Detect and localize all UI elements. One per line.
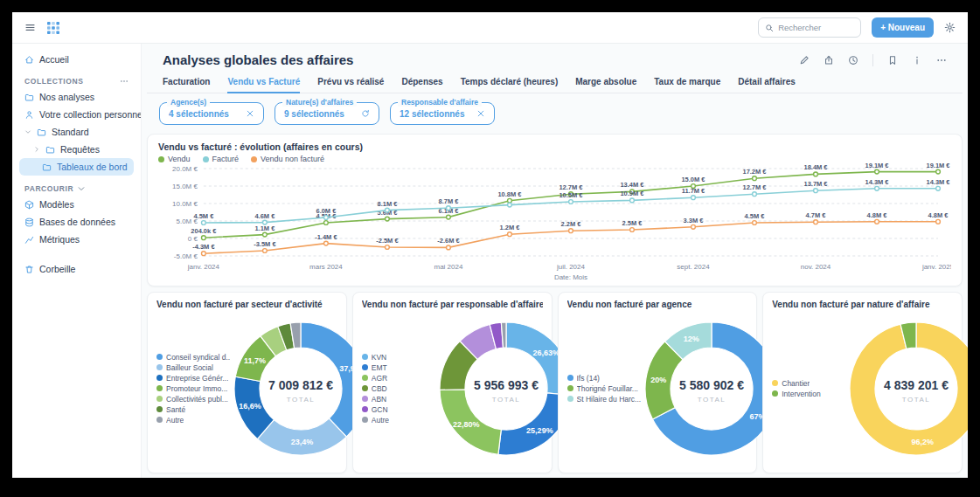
sidebar-item-bases-de-donn-es[interactable]: Bases de données [19, 213, 134, 231]
data-point[interactable] [263, 220, 268, 224]
donut-chart[interactable]: 67%20%12%5 580 902 €TOTAL [643, 320, 781, 458]
data-point[interactable] [201, 252, 205, 256]
legend-item[interactable]: Autre [156, 416, 230, 425]
legend-item[interactable]: KVN [362, 353, 435, 362]
legend-item[interactable]: Bailleur Social [156, 363, 230, 372]
filter-agence-s-[interactable]: Agence(s)4 sélectionnés [159, 102, 264, 125]
legend-item[interactable]: EMT [362, 363, 435, 372]
bookmark-icon[interactable] [887, 55, 898, 66]
refresh-icon[interactable] [361, 109, 370, 118]
tab-marge-absolue[interactable]: Marge absolue [575, 72, 636, 93]
data-point[interactable] [814, 189, 818, 193]
legend-item[interactable]: GCN [362, 405, 435, 414]
data-point[interactable] [875, 219, 879, 224]
data-point[interactable] [386, 217, 390, 221]
donut-chart[interactable]: 96,2%4 839 201 €TOTAL [847, 320, 968, 458]
ellipsis-icon[interactable] [936, 55, 947, 66]
sidebar-item-corbeille[interactable]: Corbeille [19, 260, 134, 278]
tab-d-tail-affaires[interactable]: Détail affaires [738, 72, 796, 93]
filter-responsable-d-affaire[interactable]: Responsable d'affaire12 sélectionnés [390, 102, 495, 125]
data-point[interactable] [630, 198, 635, 203]
data-point[interactable] [324, 221, 329, 225]
clock-icon[interactable] [848, 55, 858, 66]
close-icon[interactable] [246, 109, 254, 118]
data-point[interactable] [447, 215, 451, 219]
data-point[interactable] [936, 219, 941, 224]
tab-temps-d-clar-heures-[interactable]: Temps déclaré (heures) [461, 72, 559, 93]
sidebar-item-accueil[interactable]: Accueil [19, 51, 134, 68]
data-point[interactable] [753, 221, 757, 225]
data-point[interactable] [201, 236, 205, 240]
data-point[interactable] [508, 198, 512, 203]
data-point[interactable] [875, 186, 879, 190]
data-point[interactable] [875, 169, 879, 174]
donut-chart[interactable]: 26,63%25,29%22,80%5 956 993 €TOTAL [437, 320, 575, 458]
data-point[interactable] [386, 208, 390, 212]
data-point[interactable] [201, 221, 205, 225]
tab-vendu-vs-factur-[interactable]: Vendu vs Facturé [227, 72, 300, 93]
data-point[interactable] [814, 220, 818, 224]
search-input[interactable] [778, 23, 854, 32]
legend-item[interactable]: Conseil syndical d... [156, 353, 230, 362]
data-point[interactable] [324, 241, 329, 245]
line-chart[interactable]: 20.0M €15.0M €10.0M €5.0M €0 €-5.0M €jan… [158, 163, 951, 284]
donut-chart[interactable]: 37,9%23,4%16,6%11,7%7 009 812 €TOTAL [232, 320, 370, 458]
info-icon[interactable] [912, 55, 922, 66]
data-point[interactable] [814, 172, 818, 176]
data-point[interactable] [569, 200, 573, 204]
legend-item[interactable]: Intervention [772, 390, 845, 398]
legend-item[interactable]: Vendu [158, 155, 191, 163]
search-box[interactable] [758, 17, 861, 38]
data-point[interactable] [753, 192, 757, 197]
sidebar-item-nos-analyses[interactable]: Nos analyses [19, 88, 134, 106]
data-point[interactable] [753, 176, 757, 181]
tab-facturation[interactable]: Facturation [163, 72, 210, 93]
legend-item[interactable]: Santé [156, 405, 230, 414]
legend-item[interactable]: ABN [362, 395, 435, 404]
data-point[interactable] [508, 232, 512, 237]
legend-item[interactable]: Entreprise Génér... [156, 374, 230, 383]
sidebar-item-requ-tes[interactable]: Requêtes [19, 141, 134, 158]
app-logo[interactable] [46, 21, 60, 35]
pencil-icon[interactable] [799, 55, 810, 66]
data-point[interactable] [263, 249, 268, 253]
data-point[interactable] [692, 196, 696, 200]
sidebar-item-tableaux-de-bord[interactable]: Tableaux de bord [19, 158, 134, 176]
tab-pr-vu-vs-r-alis-[interactable]: Prévu vs réalisé [317, 72, 384, 93]
data-point[interactable] [692, 224, 696, 229]
share-icon[interactable] [824, 55, 834, 66]
legend-item[interactable]: Vendu non facturé [251, 155, 324, 163]
data-point[interactable] [447, 206, 451, 211]
close-icon[interactable] [476, 109, 485, 118]
legend-item[interactable]: CBD [362, 384, 435, 393]
legend-item[interactable]: Promoteur Immo... [156, 384, 230, 393]
data-point[interactable] [936, 186, 941, 190]
legend-item[interactable]: AGR [362, 374, 435, 383]
browse-section-header[interactable]: PARCOURIR [24, 184, 129, 193]
data-point[interactable] [263, 232, 268, 237]
data-point[interactable] [936, 169, 941, 174]
tab-d-penses[interactable]: Dépenses [401, 72, 442, 93]
sidebar-item-votre-collection-personnelle[interactable]: Votre collection personnelle [19, 106, 134, 123]
legend-item[interactable]: Ifs (14) [567, 374, 641, 383]
new-button[interactable]: + Nouveau [872, 17, 934, 38]
data-point[interactable] [508, 203, 512, 207]
gear-icon[interactable] [944, 22, 956, 33]
legend-item[interactable]: Thorigné Fouillar... [567, 384, 641, 393]
ellipsis-icon[interactable] [120, 77, 129, 86]
sidebar-item-mod-les[interactable]: Modèles [19, 196, 134, 213]
legend-item[interactable]: Autre [362, 416, 435, 425]
data-point[interactable] [386, 245, 390, 250]
sidebar-item-m-triques[interactable]: Métriques [19, 231, 134, 248]
sidebar-item-standard[interactable]: Standard [19, 123, 134, 141]
data-point[interactable] [569, 229, 573, 233]
tab-taux-de-marque[interactable]: Taux de marque [654, 72, 720, 93]
data-point[interactable] [630, 228, 635, 232]
legend-item[interactable]: Collectivités publ... [156, 395, 230, 404]
data-point[interactable] [324, 216, 329, 220]
menu-icon[interactable] [24, 22, 36, 33]
legend-item[interactable]: St Hilaire du Harc... [567, 395, 641, 404]
legend-item[interactable]: Facturé [203, 155, 240, 163]
legend-item[interactable]: Chantier [772, 379, 845, 388]
filter-nature-s-d-affaires[interactable]: Nature(s) d'affaires9 sélectionnés [275, 102, 379, 125]
